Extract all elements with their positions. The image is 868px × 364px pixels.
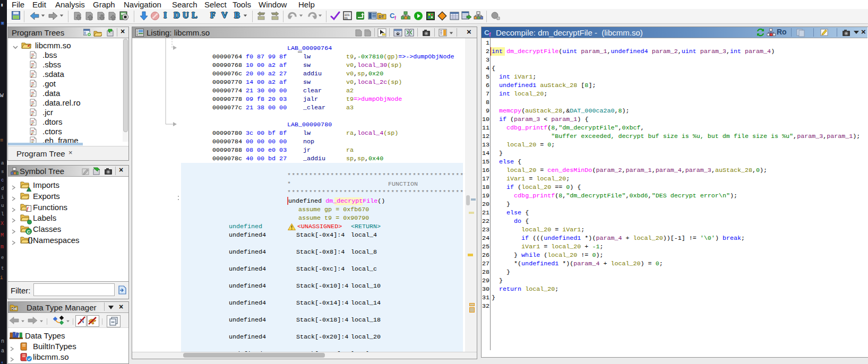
svg-text:C: C: [27, 229, 31, 235]
svg-text:DT: DT: [11, 307, 16, 310]
svg-text:f: f: [489, 32, 491, 37]
svg-text:DT: DT: [379, 14, 384, 19]
svg-text:01: 01: [345, 16, 348, 20]
svg-text:f: f: [394, 15, 397, 21]
